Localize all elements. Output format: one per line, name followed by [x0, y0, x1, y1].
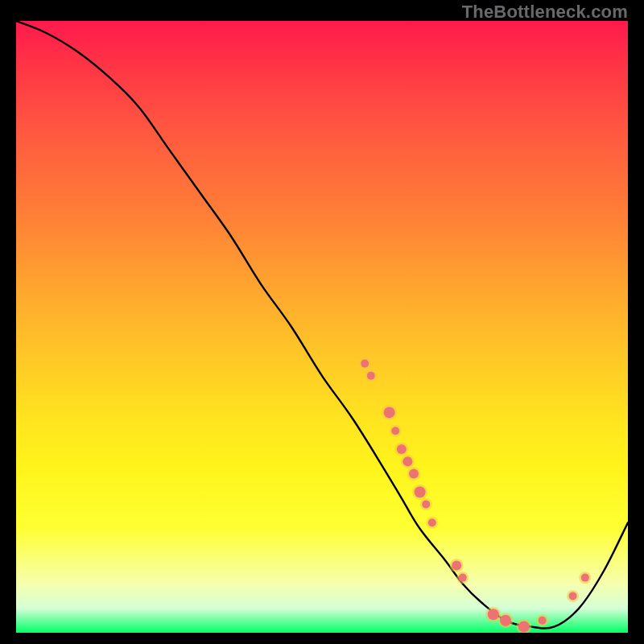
watermark-text: TheBottleneck.com — [462, 2, 628, 23]
data-dot — [422, 500, 430, 508]
data-dot — [384, 407, 395, 418]
data-dot — [459, 574, 467, 582]
chart-plot-area — [16, 21, 628, 633]
bottleneck-curve — [16, 21, 628, 629]
data-dot — [569, 592, 577, 600]
data-dot — [391, 427, 399, 435]
data-dot — [397, 444, 407, 454]
data-dot — [500, 615, 511, 626]
data-dot — [367, 372, 375, 380]
data-dot — [409, 469, 419, 478]
data-dot — [428, 518, 436, 526]
data-dot — [402, 456, 412, 466]
data-dot — [581, 574, 589, 582]
data-dot — [361, 360, 369, 368]
data-dot — [488, 609, 499, 620]
data-dots-layer — [359, 357, 592, 633]
data-dot — [539, 617, 547, 625]
data-dot — [452, 560, 461, 570]
data-dot — [415, 486, 426, 497]
chart-svg — [16, 21, 628, 633]
data-dot — [518, 621, 530, 632]
